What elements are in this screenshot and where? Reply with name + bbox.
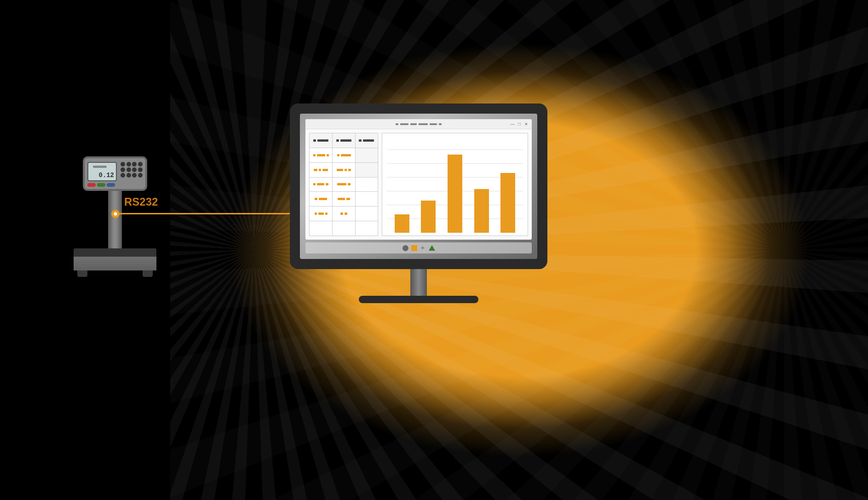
window-controls: — □ ✕	[511, 122, 528, 126]
table-cell	[310, 177, 333, 192]
scale-foot	[77, 270, 87, 277]
keypad-button[interactable]	[126, 173, 131, 178]
table-cell	[310, 207, 333, 221]
keypad-button[interactable]	[132, 167, 137, 172]
table-header	[333, 133, 355, 148]
scale-keypad	[121, 162, 143, 178]
table-cell	[333, 207, 355, 221]
scale-blue-button[interactable]	[107, 183, 115, 187]
scale-pole	[108, 191, 122, 251]
scale-indicator-head: 0.12	[83, 156, 147, 191]
keypad-button[interactable]	[121, 167, 125, 172]
table-cell	[310, 148, 333, 162]
monitor-stand-neck	[410, 269, 427, 296]
keypad-button[interactable]	[132, 162, 137, 167]
scale-red-button[interactable]	[87, 183, 96, 187]
table-cell	[333, 192, 355, 207]
scale-platform-top	[74, 248, 156, 257]
table-cell	[310, 221, 333, 236]
table-cell	[355, 162, 378, 177]
table-header	[355, 133, 378, 148]
connection-protocol-label: RS232	[124, 195, 158, 208]
keypad-button[interactable]	[126, 167, 131, 172]
table-header	[310, 133, 333, 148]
minimize-button[interactable]: —	[511, 122, 515, 126]
connection-port-icon	[111, 210, 120, 218]
chart-bar	[500, 173, 515, 233]
chart-bar	[395, 214, 409, 233]
table-cell	[310, 162, 333, 177]
window-body	[305, 129, 532, 240]
keypad-button[interactable]	[132, 173, 137, 178]
maximize-button[interactable]: □	[518, 122, 521, 126]
close-button[interactable]: ✕	[524, 122, 528, 126]
table-cell	[333, 177, 355, 192]
keypad-button[interactable]	[138, 162, 143, 167]
taskbar: ✦	[305, 242, 532, 253]
table-cell	[333, 162, 355, 177]
table-cell	[310, 192, 333, 207]
chart-bar	[474, 189, 489, 233]
table-cell	[333, 221, 355, 236]
table-cell	[333, 148, 355, 162]
keypad-button[interactable]	[138, 167, 143, 172]
scale-green-button[interactable]	[97, 183, 105, 187]
connection-line	[120, 213, 304, 214]
application-window: — □ ✕	[305, 119, 532, 240]
monitor-stand-base	[359, 296, 478, 303]
window-titlebar: — □ ✕	[305, 119, 532, 129]
chart-bar	[448, 155, 462, 233]
window-title	[396, 123, 442, 125]
scale-platform-body	[74, 257, 156, 270]
data-table	[309, 133, 378, 236]
chart-bar	[421, 201, 436, 233]
monitor-screen: — □ ✕	[300, 114, 537, 259]
taskbar-triangle-icon[interactable]	[429, 245, 435, 251]
keypad-button[interactable]	[121, 173, 125, 178]
weighing-scale-device: 0.12	[69, 156, 161, 281]
keypad-button[interactable]	[121, 162, 125, 167]
computer-monitor: — □ ✕	[290, 103, 547, 303]
scale-lcd-display: 0.12	[87, 162, 117, 181]
taskbar-circle-icon[interactable]	[402, 245, 408, 251]
monitor-frame: — □ ✕	[290, 103, 547, 269]
bar-chart-panel	[382, 133, 528, 236]
keypad-button[interactable]	[126, 162, 131, 167]
table-cell	[355, 221, 378, 236]
table-cell	[355, 148, 378, 162]
keypad-button[interactable]	[138, 173, 143, 178]
table-cell	[355, 192, 378, 207]
scale-foot	[143, 270, 153, 277]
scale-function-buttons	[87, 183, 115, 187]
taskbar-square-icon[interactable]	[411, 245, 417, 251]
taskbar-sparkle-icon[interactable]: ✦	[420, 245, 426, 251]
chart-bars-container	[387, 150, 523, 233]
table-cell	[355, 207, 378, 221]
table-cell	[355, 177, 378, 192]
